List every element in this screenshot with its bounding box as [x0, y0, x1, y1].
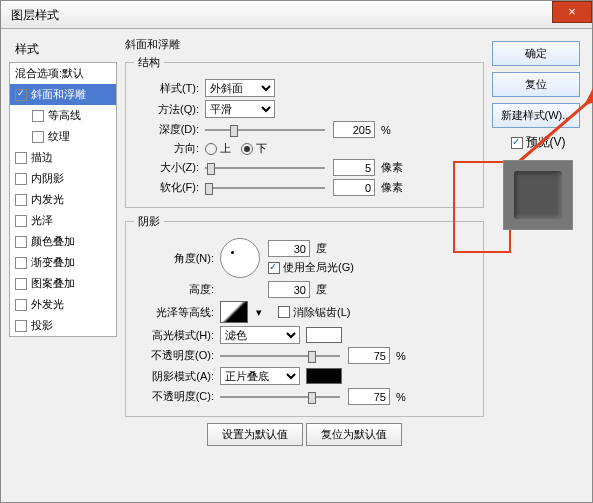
gloss-label: 光泽等高线: [134, 305, 214, 320]
angle-dial[interactable] [220, 238, 260, 278]
shadow-mode-label: 阴影模式(A): [134, 369, 214, 384]
style-checkbox[interactable] [32, 131, 44, 143]
new-style-button[interactable]: 新建样式(W)... [492, 103, 580, 128]
style-checkbox[interactable] [15, 278, 27, 290]
shading-fieldset: 阴影 角度(N): 度 使用全局光(G) 高度: [125, 214, 484, 417]
style-row-外发光[interactable]: 外发光 [10, 294, 116, 315]
style-row-斜面和浮雕[interactable]: 斜面和浮雕 [10, 84, 116, 105]
style-label: 渐变叠加 [31, 255, 75, 270]
antialias-checkbox[interactable]: 消除锯齿(L) [278, 305, 350, 320]
style-row-颜色叠加[interactable]: 颜色叠加 [10, 231, 116, 252]
soften-label: 软化(F): [134, 180, 199, 195]
settings-panel: 斜面和浮雕 结构 样式(T): 外斜面 方法(Q): 平滑 深度(D): % [125, 37, 484, 494]
style-checkbox[interactable] [32, 110, 44, 122]
shading-legend: 阴影 [134, 214, 164, 229]
preview-checkbox[interactable]: 预览(V) [511, 134, 566, 151]
style-label: 外发光 [31, 297, 64, 312]
style-row-图案叠加[interactable]: 图案叠加 [10, 273, 116, 294]
style-checkbox[interactable] [15, 173, 27, 185]
depth-label: 深度(D): [134, 122, 199, 137]
highlight-color-swatch[interactable] [306, 327, 342, 343]
depth-input[interactable] [333, 121, 375, 138]
altitude-input[interactable] [268, 281, 310, 298]
gloss-contour-picker[interactable] [220, 301, 248, 323]
soften-input[interactable] [333, 179, 375, 196]
style-label: 描边 [31, 150, 53, 165]
style-label: 样式(T): [134, 81, 199, 96]
direction-label: 方向: [134, 141, 199, 156]
style-label: 斜面和浮雕 [31, 87, 86, 102]
highlight-mode-select[interactable]: 滤色 [220, 326, 300, 344]
style-row-描边[interactable]: 描边 [10, 147, 116, 168]
technique-select[interactable]: 平滑 [205, 100, 275, 118]
style-row-投影[interactable]: 投影 [10, 315, 116, 336]
altitude-label: 高度: [134, 282, 214, 297]
style-checkbox[interactable] [15, 152, 27, 164]
direction-up-radio[interactable]: 上 [205, 141, 231, 156]
angle-unit: 度 [316, 241, 327, 256]
style-row-内发光[interactable]: 内发光 [10, 189, 116, 210]
size-slider[interactable] [205, 160, 325, 176]
highlight-opacity-input[interactable] [348, 347, 390, 364]
style-list: 混合选项:默认 斜面和浮雕等高线纹理描边内阴影内发光光泽颜色叠加渐变叠加图案叠加… [9, 62, 117, 337]
highlight-opacity-label: 不透明度(O): [134, 348, 214, 363]
shadow-color-swatch[interactable] [306, 368, 342, 384]
soften-unit: 像素 [381, 180, 403, 195]
shadow-opacity-unit: % [396, 391, 406, 403]
style-row-等高线[interactable]: 等高线 [10, 105, 116, 126]
preview-thumbnail [503, 160, 573, 230]
style-label: 内发光 [31, 192, 64, 207]
highlight-mode-label: 高光模式(H): [134, 328, 214, 343]
highlight-opacity-slider[interactable] [220, 348, 340, 364]
soften-slider[interactable] [205, 180, 325, 196]
style-row-渐变叠加[interactable]: 渐变叠加 [10, 252, 116, 273]
structure-legend: 结构 [134, 55, 164, 70]
styles-panel: 样式 混合选项:默认 斜面和浮雕等高线纹理描边内阴影内发光光泽颜色叠加渐变叠加图… [9, 37, 117, 494]
depth-unit: % [381, 124, 391, 136]
style-checkbox[interactable] [15, 215, 27, 227]
make-default-button[interactable]: 设置为默认值 [207, 423, 303, 446]
global-light-checkbox[interactable]: 使用全局光(G) [268, 260, 354, 275]
style-checkbox[interactable] [15, 320, 27, 332]
altitude-unit: 度 [316, 282, 327, 297]
close-button[interactable]: × [552, 1, 592, 23]
titlebar: 图层样式 × [1, 1, 592, 29]
style-row-内阴影[interactable]: 内阴影 [10, 168, 116, 189]
style-label: 等高线 [48, 108, 81, 123]
style-label: 纹理 [48, 129, 70, 144]
structure-fieldset: 结构 样式(T): 外斜面 方法(Q): 平滑 深度(D): % 方向: [125, 55, 484, 208]
reset-default-button[interactable]: 复位为默认值 [306, 423, 402, 446]
shadow-opacity-slider[interactable] [220, 389, 340, 405]
style-checkbox[interactable] [15, 257, 27, 269]
style-checkbox[interactable] [15, 299, 27, 311]
ok-button[interactable]: 确定 [492, 41, 580, 66]
style-checkbox[interactable] [15, 89, 27, 101]
depth-slider[interactable] [205, 122, 325, 138]
style-row-光泽[interactable]: 光泽 [10, 210, 116, 231]
size-unit: 像素 [381, 160, 403, 175]
highlight-opacity-unit: % [396, 350, 406, 362]
angle-label: 角度(N): [134, 251, 214, 266]
blend-options-row[interactable]: 混合选项:默认 [10, 63, 116, 84]
technique-label: 方法(Q): [134, 102, 199, 117]
style-checkbox[interactable] [15, 194, 27, 206]
right-panel: 确定 复位 新建样式(W)... 预览(V) [492, 37, 584, 494]
window-title: 图层样式 [11, 8, 59, 22]
style-select[interactable]: 外斜面 [205, 79, 275, 97]
style-label: 内阴影 [31, 171, 64, 186]
shadow-opacity-label: 不透明度(C): [134, 389, 214, 404]
size-input[interactable] [333, 159, 375, 176]
cancel-button[interactable]: 复位 [492, 72, 580, 97]
shadow-opacity-input[interactable] [348, 388, 390, 405]
size-label: 大小(Z): [134, 160, 199, 175]
shadow-mode-select[interactable]: 正片叠底 [220, 367, 300, 385]
style-label: 图案叠加 [31, 276, 75, 291]
style-row-纹理[interactable]: 纹理 [10, 126, 116, 147]
styles-header: 样式 [9, 37, 117, 62]
angle-input[interactable] [268, 240, 310, 257]
bevel-title: 斜面和浮雕 [125, 37, 484, 52]
style-checkbox[interactable] [15, 236, 27, 248]
direction-down-radio[interactable]: 下 [241, 141, 267, 156]
style-label: 投影 [31, 318, 53, 333]
style-label: 光泽 [31, 213, 53, 228]
